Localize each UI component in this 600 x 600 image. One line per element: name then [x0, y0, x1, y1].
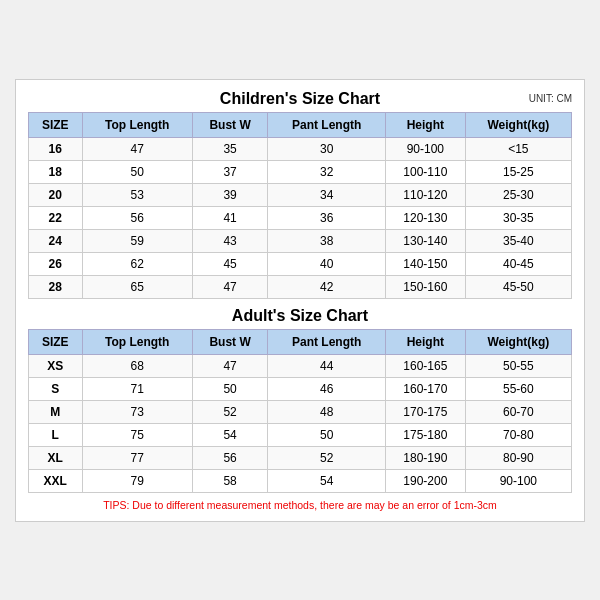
table-cell: XXL	[29, 469, 83, 492]
table-cell: 52	[268, 446, 386, 469]
table-cell: 35-40	[465, 229, 571, 252]
table-cell: 36	[268, 206, 386, 229]
table-cell: S	[29, 377, 83, 400]
table-cell: 34	[268, 183, 386, 206]
table-row: M735248170-17560-70	[29, 400, 572, 423]
table-cell: <15	[465, 137, 571, 160]
table-cell: 44	[268, 354, 386, 377]
table-cell: 41	[192, 206, 268, 229]
table-cell: 26	[29, 252, 83, 275]
table-cell: 50	[268, 423, 386, 446]
children-title-row: Children's Size Chart UNIT: CM	[28, 90, 572, 108]
chart-container: Children's Size Chart UNIT: CM SIZE Top …	[15, 79, 585, 522]
table-cell: 24	[29, 229, 83, 252]
table-cell: 20	[29, 183, 83, 206]
table-cell: 73	[82, 400, 192, 423]
table-cell: 79	[82, 469, 192, 492]
table-cell: 47	[192, 275, 268, 298]
adults-col-size: SIZE	[29, 329, 83, 354]
adults-title-row: Adult's Size Chart	[28, 307, 572, 325]
tips-text: TIPS: Due to different measurement metho…	[28, 499, 572, 511]
children-col-size: SIZE	[29, 112, 83, 137]
table-cell: 30	[268, 137, 386, 160]
table-cell: 71	[82, 377, 192, 400]
table-cell: 55-60	[465, 377, 571, 400]
table-row: 20533934110-12025-30	[29, 183, 572, 206]
table-cell: 160-165	[386, 354, 466, 377]
children-header-row: SIZE Top Length Bust W Pant Length Heigh…	[29, 112, 572, 137]
table-cell: 38	[268, 229, 386, 252]
table-cell: 190-200	[386, 469, 466, 492]
children-col-bustw: Bust W	[192, 112, 268, 137]
table-cell: 52	[192, 400, 268, 423]
table-cell: 68	[82, 354, 192, 377]
adults-col-toplength: Top Length	[82, 329, 192, 354]
table-row: 22564136120-13030-35	[29, 206, 572, 229]
table-cell: 16	[29, 137, 83, 160]
table-cell: 50-55	[465, 354, 571, 377]
table-cell: 40-45	[465, 252, 571, 275]
adults-col-bustw: Bust W	[192, 329, 268, 354]
adults-col-height: Height	[386, 329, 466, 354]
table-cell: 90-100	[386, 137, 466, 160]
table-cell: 47	[82, 137, 192, 160]
table-row: 28654742150-16045-50	[29, 275, 572, 298]
table-cell: 40	[268, 252, 386, 275]
adults-col-pantlength: Pant Length	[268, 329, 386, 354]
children-title: Children's Size Chart	[220, 90, 380, 108]
table-cell: 130-140	[386, 229, 466, 252]
table-cell: 35	[192, 137, 268, 160]
children-col-weight: Weight(kg)	[465, 112, 571, 137]
table-cell: 45-50	[465, 275, 571, 298]
table-row: L755450175-18070-80	[29, 423, 572, 446]
table-cell: 77	[82, 446, 192, 469]
table-row: S715046160-17055-60	[29, 377, 572, 400]
table-cell: 175-180	[386, 423, 466, 446]
table-cell: 100-110	[386, 160, 466, 183]
table-cell: 110-120	[386, 183, 466, 206]
table-cell: 160-170	[386, 377, 466, 400]
table-cell: XL	[29, 446, 83, 469]
table-cell: 65	[82, 275, 192, 298]
table-cell: 75	[82, 423, 192, 446]
table-cell: 90-100	[465, 469, 571, 492]
table-cell: 58	[192, 469, 268, 492]
table-cell: 62	[82, 252, 192, 275]
children-table: SIZE Top Length Bust W Pant Length Heigh…	[28, 112, 572, 299]
adults-col-weight: Weight(kg)	[465, 329, 571, 354]
table-cell: 120-130	[386, 206, 466, 229]
table-cell: 54	[192, 423, 268, 446]
table-cell: 37	[192, 160, 268, 183]
table-cell: 70-80	[465, 423, 571, 446]
table-cell: 53	[82, 183, 192, 206]
adults-header-row: SIZE Top Length Bust W Pant Length Heigh…	[29, 329, 572, 354]
children-col-pantlength: Pant Length	[268, 112, 386, 137]
table-cell: 25-30	[465, 183, 571, 206]
table-cell: XS	[29, 354, 83, 377]
table-cell: 47	[192, 354, 268, 377]
table-cell: 140-150	[386, 252, 466, 275]
adults-table: SIZE Top Length Bust W Pant Length Heigh…	[28, 329, 572, 493]
table-cell: 45	[192, 252, 268, 275]
table-cell: 39	[192, 183, 268, 206]
table-cell: 32	[268, 160, 386, 183]
table-cell: 43	[192, 229, 268, 252]
table-cell: 30-35	[465, 206, 571, 229]
table-row: XL775652180-19080-90	[29, 446, 572, 469]
table-row: 24594338130-14035-40	[29, 229, 572, 252]
table-cell: 50	[192, 377, 268, 400]
table-cell: 80-90	[465, 446, 571, 469]
table-cell: 56	[192, 446, 268, 469]
table-row: 26624540140-15040-45	[29, 252, 572, 275]
table-row: 1647353090-100<15	[29, 137, 572, 160]
children-col-toplength: Top Length	[82, 112, 192, 137]
table-row: 18503732100-11015-25	[29, 160, 572, 183]
unit-label: UNIT: CM	[529, 93, 572, 104]
table-cell: 42	[268, 275, 386, 298]
table-cell: 59	[82, 229, 192, 252]
table-cell: 170-175	[386, 400, 466, 423]
table-cell: 46	[268, 377, 386, 400]
table-cell: 56	[82, 206, 192, 229]
table-cell: 50	[82, 160, 192, 183]
table-cell: 60-70	[465, 400, 571, 423]
